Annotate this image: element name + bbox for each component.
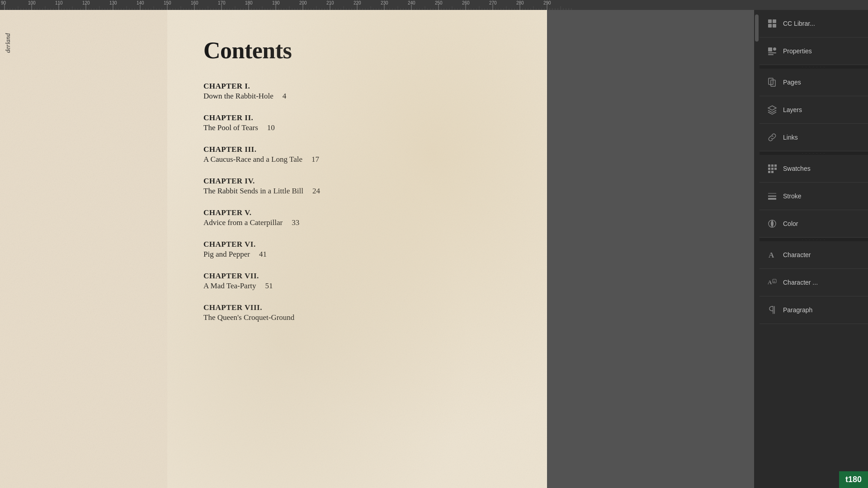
chapter-name: Advice from a Caterpillar	[203, 218, 283, 227]
svg-text:160: 160	[191, 0, 198, 5]
svg-rect-236	[768, 47, 772, 52]
chapter-name: The Queen's Croquet-Ground	[203, 313, 294, 322]
svg-rect-238	[768, 52, 776, 53]
right-panel: CC Librar... Properties Pages Layers Lin…	[760, 10, 868, 488]
chapter-detail: The Pool of Tears10	[203, 123, 511, 132]
ai-character-icon: A a	[767, 277, 778, 288]
panel-item-label-cc-libraries: CC Librar...	[783, 20, 815, 27]
scroll-indicator[interactable]	[754, 10, 760, 488]
chapter-number: CHAPTER VIII.	[203, 303, 511, 312]
svg-text:130: 130	[109, 0, 117, 5]
cc-libraries-icon	[767, 18, 778, 29]
panel-item-label-character: Character	[783, 251, 811, 258]
panel-item-ai-character[interactable]: A a Character ...	[760, 269, 868, 296]
color-icon	[767, 218, 778, 229]
panel-item-links[interactable]: Links	[760, 124, 868, 151]
chapter-number: CHAPTER I.	[203, 82, 511, 91]
panel-item-properties[interactable]: Properties	[760, 38, 868, 65]
chapter-entry: CHAPTER II.The Pool of Tears10	[203, 113, 511, 132]
panel-item-label-links: Links	[783, 134, 798, 141]
chapter-page: 4	[283, 92, 287, 101]
chapter-name: A Mad Tea-Party	[203, 282, 256, 291]
svg-text:A: A	[769, 251, 774, 259]
chapter-page: 17	[311, 155, 319, 164]
svg-marker-242	[768, 106, 776, 110]
svg-text:230: 230	[381, 0, 388, 5]
svg-text:180: 180	[245, 0, 253, 5]
layers-icon	[767, 104, 778, 115]
panel-divider	[760, 238, 868, 241]
svg-text:220: 220	[354, 0, 361, 5]
panel-divider	[760, 65, 868, 69]
chapter-entry: CHAPTER VI.Pig and Pepper41	[203, 240, 511, 259]
svg-text:120: 120	[82, 0, 90, 5]
svg-rect-250	[771, 171, 774, 173]
svg-text:90: 90	[1, 0, 6, 5]
panel-item-label-swatches: Swatches	[783, 165, 811, 172]
ruler: 9010011012013014015016017018019020021022…	[0, 0, 868, 10]
panel-item-color[interactable]: Color	[760, 210, 868, 238]
chapter-page: 10	[267, 123, 275, 132]
scroll-thumb[interactable]	[755, 14, 759, 42]
chapter-entry: CHAPTER I.Down the Rabbit-Hole4	[203, 82, 511, 101]
svg-text:200: 200	[299, 0, 307, 5]
panel-item-label-properties: Properties	[783, 47, 812, 55]
panel-item-stroke[interactable]: Stroke	[760, 183, 868, 210]
svg-text:170: 170	[218, 0, 226, 5]
pages-icon	[767, 77, 778, 88]
svg-rect-244	[771, 164, 774, 167]
svg-text:100: 100	[28, 0, 36, 5]
svg-text:A: A	[768, 279, 772, 286]
chapter-detail: Down the Rabbit-Hole4	[203, 92, 511, 101]
svg-rect-233	[773, 19, 776, 23]
panel-item-cc-libraries[interactable]: CC Librar...	[760, 10, 868, 38]
chapter-entry: CHAPTER III.A Caucus-Race and a Long Tal…	[203, 145, 511, 164]
bottom-badge: t180	[839, 471, 868, 488]
panel-item-pages[interactable]: Pages	[760, 69, 868, 96]
svg-text:210: 210	[326, 0, 334, 5]
panel-item-layers[interactable]: Layers	[760, 96, 868, 124]
chapter-number: CHAPTER II.	[203, 113, 511, 122]
svg-rect-235	[773, 24, 776, 28]
character-icon: A	[767, 249, 778, 260]
svg-rect-248	[774, 168, 777, 170]
properties-icon	[767, 46, 778, 56]
svg-text:280: 280	[516, 0, 524, 5]
svg-text:240: 240	[408, 0, 415, 5]
panel-item-character[interactable]: A Character	[760, 241, 868, 269]
panel-items-container: CC Librar... Properties Pages Layers Lin…	[760, 10, 868, 324]
chapter-name: The Rabbit Sends in a Little Bill	[203, 187, 303, 196]
main-area: derland Contents CHAPTER I.Down the Rabb…	[0, 10, 868, 488]
svg-text:290: 290	[543, 0, 551, 5]
svg-rect-232	[768, 19, 772, 23]
document-wrapper: derland Contents CHAPTER I.Down the Rabb…	[0, 10, 754, 488]
chapter-number: CHAPTER VI.	[203, 240, 511, 249]
panel-divider	[760, 151, 868, 155]
panel-item-swatches[interactable]: Swatches	[760, 155, 868, 183]
swatches-icon	[767, 163, 778, 174]
chapter-detail: The Rabbit Sends in a Little Bill24	[203, 187, 511, 196]
svg-text:140: 140	[137, 0, 144, 5]
svg-text:250: 250	[435, 0, 443, 5]
chapter-page: 33	[292, 218, 299, 227]
chapter-entry: CHAPTER VII.A Mad Tea-Party51	[203, 272, 511, 291]
page-left: derland	[0, 10, 167, 488]
chapter-number: CHAPTER V.	[203, 208, 511, 217]
chapter-page: 41	[259, 250, 267, 259]
chapter-number: CHAPTER III.	[203, 145, 511, 154]
chapter-name: Pig and Pepper	[203, 250, 250, 259]
svg-text:a: a	[774, 279, 775, 283]
panel-item-paragraph[interactable]: Paragraph	[760, 296, 868, 324]
svg-text:260: 260	[462, 0, 470, 5]
page-right: Contents CHAPTER I.Down the Rabbit-Hole4…	[167, 10, 547, 488]
panel-item-label-stroke: Stroke	[783, 192, 801, 200]
canvas-area: derland Contents CHAPTER I.Down the Rabb…	[0, 10, 754, 488]
panel-item-label-ai-character: Character ...	[783, 279, 818, 286]
chapter-detail: A Mad Tea-Party51	[203, 282, 511, 291]
panel-item-label-color: Color	[783, 220, 798, 227]
chapter-name: A Caucus-Race and a Long Tale	[203, 155, 302, 164]
svg-rect-243	[768, 164, 770, 167]
svg-text:110: 110	[55, 0, 63, 5]
chapter-number: CHAPTER IV.	[203, 177, 511, 186]
page-left-text: derland	[5, 33, 12, 53]
